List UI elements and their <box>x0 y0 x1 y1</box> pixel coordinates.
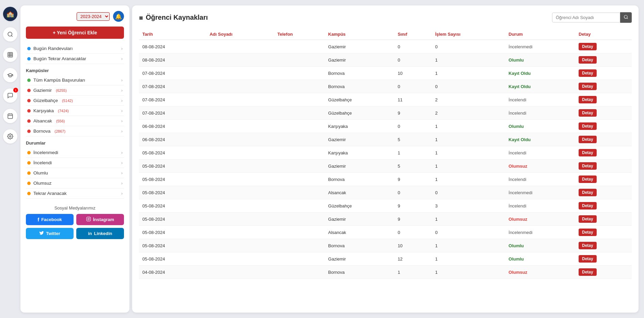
sidebar-item-tekrar-aranacak[interactable]: Tekrar Aranacak › <box>26 188 124 199</box>
sidebar-item-label: Olumsuz <box>33 181 51 186</box>
dot-icon <box>27 57 31 61</box>
cell-durum: Kayıt Oldu <box>505 80 575 93</box>
detay-button[interactable]: Detay <box>579 215 597 223</box>
detay-button[interactable]: Detay <box>579 56 597 64</box>
cell-islem-sayisi: 1 <box>432 146 505 160</box>
cell-sinif: 0 <box>394 40 432 53</box>
sidebar-item-today-appointments[interactable]: Bugün Randevuları › <box>26 44 124 54</box>
cell-kampus: Güzelbahçe <box>325 106 394 120</box>
cell-kampus: Güzelbahçe <box>325 199 394 213</box>
cell-sinif: 10 <box>394 239 432 252</box>
add-student-button[interactable]: + Yeni Öğrenci Ekle <box>26 27 124 39</box>
table-row: 05-08-2024 Bornova 9 1 İncelendi Detay <box>139 173 632 186</box>
sidebar-item-alsancak[interactable]: Alsancak (556) › <box>26 116 124 126</box>
search-nav-icon[interactable] <box>3 27 17 41</box>
detay-button[interactable]: Detay <box>579 149 597 156</box>
col-kampus: Kampüs <box>325 29 394 40</box>
building-nav-icon[interactable] <box>3 48 17 62</box>
year-select[interactable]: 2023-2024 2022-2023 2024-2025 <box>77 12 110 21</box>
cell-detay: Detay <box>575 120 632 133</box>
sidebar-item-olumsuz[interactable]: Olumsuz › <box>26 178 124 188</box>
chat-nav-icon[interactable]: 1 <box>3 88 17 103</box>
sidebar-item-karsiyaka[interactable]: Karşıyaka (7424) › <box>26 106 124 116</box>
detay-button[interactable]: Detay <box>579 229 597 236</box>
sidebar-item-incelenmedi[interactable]: İncelenmedi › <box>26 148 124 158</box>
cell-islem-sayisi: 1 <box>432 252 505 266</box>
detay-button[interactable]: Detay <box>579 255 597 263</box>
cell-tarih: 05-08-2024 <box>139 199 206 213</box>
cell-adi-soyadi <box>206 266 274 279</box>
chevron-right-icon: › <box>121 98 123 103</box>
cell-islem-sayisi: 1 <box>432 53 505 67</box>
sidebar-item-callback[interactable]: Bugün Tekrar Aranacaklar › <box>26 54 124 64</box>
detay-button[interactable]: Detay <box>579 136 597 143</box>
detay-button[interactable]: Detay <box>579 122 597 130</box>
instagram-button[interactable]: İnstagram <box>76 214 124 225</box>
detay-button[interactable]: Detay <box>579 83 597 90</box>
cell-adi-soyadi <box>206 239 274 252</box>
svg-point-11 <box>624 15 627 18</box>
table-row: 07-08-2024 Bornova 0 0 Kayıt Oldu Detay <box>139 80 632 93</box>
cell-islem-sayisi: 0 <box>432 186 505 199</box>
cell-kampus: Alsancak <box>325 226 394 239</box>
cell-detay: Detay <box>575 80 632 93</box>
col-adi-soyadi: Adı Soyadı <box>206 29 274 40</box>
cell-tarih: 07-08-2024 <box>139 67 206 80</box>
cell-detay: Detay <box>575 213 632 226</box>
sidebar-item-label: Tüm Kampüs Başvuruları <box>33 78 85 83</box>
cell-kampus: Bornova <box>325 173 394 186</box>
cell-kampus: Gaziemir <box>325 53 394 67</box>
cell-telefon <box>274 93 325 106</box>
cell-detay: Detay <box>575 186 632 199</box>
app-logo[interactable]: 🏫 <box>3 7 17 21</box>
sidebar-item-incelendi[interactable]: İncelendi › <box>26 158 124 168</box>
cell-sinif: 9 <box>394 106 432 120</box>
settings-nav-icon[interactable] <box>3 129 17 144</box>
linkedin-icon: in <box>88 231 92 236</box>
main-content: Öğrenci Kaynakları Tarih Adı Soyadı Tele… <box>132 5 639 313</box>
detay-button[interactable]: Detay <box>579 268 597 276</box>
detay-button[interactable]: Detay <box>579 109 597 117</box>
cell-durum: İncelendi <box>505 173 575 186</box>
detay-button[interactable]: Detay <box>579 242 597 249</box>
campus-count: (5142) <box>62 99 73 103</box>
cell-kampus: Bornova <box>325 80 394 93</box>
sidebar-item-all-campuses[interactable]: Tüm Kampüs Başvuruları › <box>26 75 124 85</box>
cell-sinif: 11 <box>394 93 432 106</box>
detay-button[interactable]: Detay <box>579 162 597 170</box>
cell-durum: Olumsuz <box>505 266 575 279</box>
linkedin-button[interactable]: in Linkedin <box>76 228 124 239</box>
sidebar-item-olumlu[interactable]: Olumlu › <box>26 168 124 178</box>
chevron-right-icon: › <box>121 88 123 93</box>
cell-detay: Detay <box>575 106 632 120</box>
detay-button[interactable]: Detay <box>579 175 597 183</box>
twitter-icon <box>39 231 44 236</box>
sidebar-item-label: Olumlu <box>33 170 48 175</box>
cell-islem-sayisi: 3 <box>432 199 505 213</box>
cell-islem-sayisi: 0 <box>432 80 505 93</box>
sidebar-item-label: Bugün Randevuları <box>33 46 73 51</box>
cell-kampus: Güzelbahçe <box>325 93 394 106</box>
search-button[interactable] <box>620 12 632 23</box>
dot-icon <box>27 161 31 165</box>
graduation-nav-icon[interactable] <box>3 68 17 82</box>
detay-button[interactable]: Detay <box>579 43 597 50</box>
sidebar-item-label: İncelendi <box>33 160 52 165</box>
search-input[interactable] <box>552 13 620 22</box>
campus-count: (2867) <box>54 129 65 133</box>
sidebar-item-bornova[interactable]: Bornova (2867) › <box>26 126 124 136</box>
sidebar-item-gaziemir[interactable]: Gaziemir (6255) › <box>26 85 124 96</box>
detay-button[interactable]: Detay <box>579 189 597 196</box>
facebook-button[interactable]: f Facebook <box>26 214 74 225</box>
dot-icon <box>27 89 31 92</box>
detay-button[interactable]: Detay <box>579 96 597 103</box>
twitter-button[interactable]: Twitter <box>26 228 74 239</box>
chevron-right-icon: › <box>121 150 123 155</box>
detay-button[interactable]: Detay <box>579 202 597 210</box>
calendar-nav-icon[interactable] <box>3 109 17 123</box>
detay-button[interactable]: Detay <box>579 69 597 77</box>
notification-bell-icon[interactable]: 🔔 <box>113 11 124 22</box>
chevron-right-icon: › <box>121 46 123 51</box>
sidebar: 2023-2024 2022-2023 2024-2025 🔔 + Yeni Ö… <box>20 5 129 313</box>
sidebar-item-guzelbahce[interactable]: Güzelbahçe (5142) › <box>26 96 124 106</box>
